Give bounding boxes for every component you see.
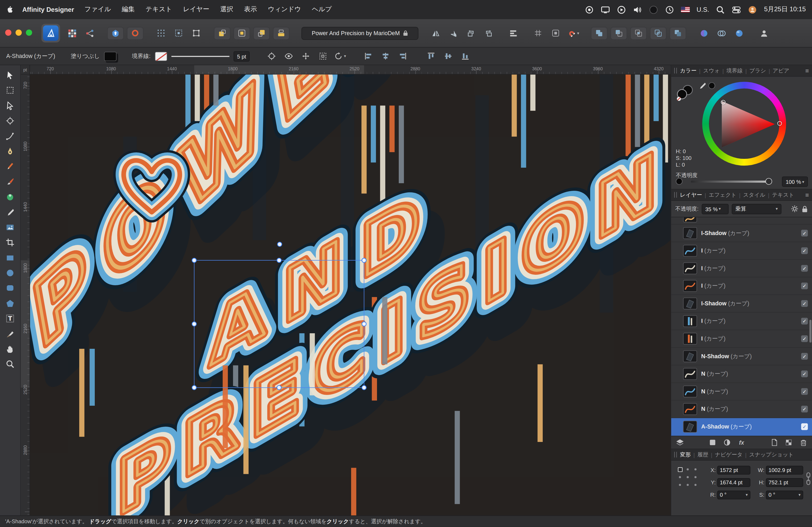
transform-input-y[interactable]: 1674.4 pt — [717, 478, 750, 487]
layer-row[interactable]: I (カーブ)✓ — [671, 242, 812, 260]
layer-row-partial[interactable] — [671, 217, 812, 225]
layer-visibility-checkbox[interactable]: ✓ — [801, 318, 808, 325]
stroke-width-value[interactable]: 5 pt — [233, 51, 250, 61]
layer-visibility-checkbox[interactable]: ✓ — [801, 406, 808, 412]
pen-tool[interactable] — [4, 146, 16, 157]
tab-ナビゲータ[interactable]: ナビゲータ — [715, 451, 742, 458]
menubar-menu[interactable]: 選択 — [220, 5, 233, 14]
flip-horizontal-button[interactable] — [429, 27, 442, 39]
tab-履歴[interactable]: 履歴 — [697, 451, 708, 458]
opacity-slider-track[interactable] — [691, 181, 770, 183]
menubar-menu[interactable]: テキスト — [146, 5, 172, 14]
paint-button[interactable] — [127, 27, 143, 40]
vector-brush-tool[interactable] — [4, 176, 16, 187]
layer-visibility-checkbox[interactable]: ✓ — [801, 265, 808, 272]
sphere-button[interactable] — [732, 27, 746, 39]
tab-変形[interactable]: 変形 — [680, 451, 691, 458]
layer-visibility-checkbox[interactable]: ✓ — [801, 353, 808, 360]
align-bottom-button[interactable] — [459, 50, 472, 62]
corner-tool[interactable] — [4, 130, 16, 142]
active-app-name[interactable]: Affinity Designer — [22, 6, 74, 13]
menubar-menu[interactable]: ヘルプ — [312, 5, 332, 14]
export-persona-button[interactable] — [83, 27, 97, 39]
cycle-selection-box-button[interactable] — [317, 50, 330, 62]
transform-origin-button[interactable] — [190, 27, 203, 39]
control-center-icon[interactable] — [732, 5, 741, 14]
align-left-button[interactable] — [362, 50, 375, 62]
move-tool[interactable] — [4, 69, 16, 81]
mask-layer-icon[interactable] — [708, 438, 717, 447]
view-tool[interactable] — [4, 343, 16, 355]
stroke-width-slider[interactable] — [171, 53, 229, 59]
tab-スウォ[interactable]: スウォ — [703, 67, 720, 74]
knife-tool[interactable] — [4, 328, 16, 340]
align-middle-button[interactable] — [442, 50, 455, 62]
picked-color-swatch[interactable] — [708, 82, 715, 89]
boolean-intersect-button[interactable] — [630, 27, 647, 40]
new-pixel-layer-icon[interactable] — [784, 438, 794, 447]
layer-row[interactable]: A-Shadow (カーブ)✓ — [671, 418, 812, 436]
rectangle-tool[interactable] — [4, 252, 16, 264]
ruler-horizontal[interactable]: 7201080144018002160252028803240360039604… — [30, 65, 671, 75]
time-machine-icon[interactable] — [665, 5, 674, 14]
tab-スタイル[interactable]: スタイル — [743, 191, 765, 199]
rotate-selection-button[interactable]: ▾ — [334, 50, 347, 62]
document-title[interactable]: Power And Precision by MarioDeM — [301, 27, 418, 40]
layer-settings-gear-icon[interactable] — [791, 205, 799, 213]
input-source-flag-icon[interactable] — [681, 7, 690, 12]
layers-scrollbar[interactable] — [809, 320, 811, 343]
grid-options-button[interactable] — [155, 27, 168, 39]
volume-icon[interactable] — [633, 5, 642, 14]
canvas[interactable]: POWERANDPRECISIONPOWERPOWERPOWERPOWERPOW… — [30, 75, 671, 515]
delete-layer-trash-icon[interactable] — [799, 438, 808, 447]
flip-vertical-button[interactable] — [446, 27, 460, 39]
pencil-tool[interactable] — [4, 161, 16, 172]
layer-row[interactable]: I (カーブ)✓ — [671, 313, 812, 330]
zoom-window-button[interactable] — [26, 30, 32, 36]
publish-button[interactable] — [107, 27, 124, 40]
layer-row[interactable]: N (カーブ)✓ — [671, 401, 812, 418]
stroke-swatch[interactable] — [155, 51, 167, 61]
layer-visibility-checkbox[interactable]: ✓ — [801, 247, 808, 254]
rounded-rectangle-tool[interactable] — [4, 282, 16, 294]
layer-visibility-checkbox[interactable]: ✓ — [801, 335, 808, 342]
insert-behind-button[interactable] — [214, 27, 230, 40]
crop-tool[interactable] — [4, 237, 16, 249]
spotlight-icon[interactable] — [716, 5, 725, 14]
point-transform-tool[interactable] — [4, 115, 16, 127]
insert-on-top-button[interactable] — [253, 27, 270, 40]
contour-button[interactable] — [549, 27, 562, 39]
panel-grip-icon[interactable] — [674, 68, 677, 74]
transform-input-h[interactable]: 752.1 pt — [766, 478, 803, 487]
color-panel-menu-icon[interactable]: ≡ — [805, 67, 809, 74]
wh-link-icon[interactable] — [806, 472, 811, 485]
ruler-units-button[interactable]: pt — [21, 65, 30, 75]
layer-visibility-checkbox[interactable]: ✓ — [801, 388, 808, 395]
menubar-menu[interactable]: ファイル — [84, 5, 111, 14]
tab-エフェクト[interactable]: エフェクト — [709, 191, 737, 199]
transform-input-w[interactable]: 1002.9 pt — [766, 466, 803, 475]
insert-inside-button[interactable] — [234, 27, 250, 40]
user-avatar-icon[interactable] — [748, 5, 757, 14]
layer-row[interactable]: I-Shadow (カーブ)✓ — [671, 295, 812, 313]
blend-mode-button[interactable] — [697, 27, 710, 39]
color-picker-icon[interactable] — [698, 82, 707, 90]
layer-row[interactable]: N (カーブ)✓ — [671, 383, 812, 401]
show-grid-button[interactable] — [532, 27, 545, 39]
layers-panel-menu-icon[interactable]: ≡ — [805, 191, 809, 199]
saturation-marker[interactable] — [721, 100, 726, 104]
tab-スナップショット[interactable]: スナップショット — [749, 451, 794, 458]
opacity-slider-handle[interactable] — [765, 178, 772, 185]
artistic-text-tool[interactable]: T — [4, 313, 16, 325]
layer-row[interactable]: N-Shadow (カーブ)✓ — [671, 348, 812, 365]
layer-effects-fx-icon[interactable]: fx — [737, 438, 746, 447]
boolean-subtract-button[interactable] — [611, 27, 627, 40]
boolean-divide-button[interactable] — [650, 27, 666, 40]
new-layer-icon[interactable] — [770, 438, 779, 447]
fill-swatch[interactable] — [104, 51, 116, 61]
layer-row[interactable]: N (カーブ)✓ — [671, 365, 812, 383]
minimize-window-button[interactable] — [16, 30, 22, 36]
anchor-point-selector[interactable] — [677, 466, 699, 488]
align-right-button[interactable] — [396, 50, 409, 62]
tab-アピア[interactable]: アピア — [772, 67, 789, 74]
